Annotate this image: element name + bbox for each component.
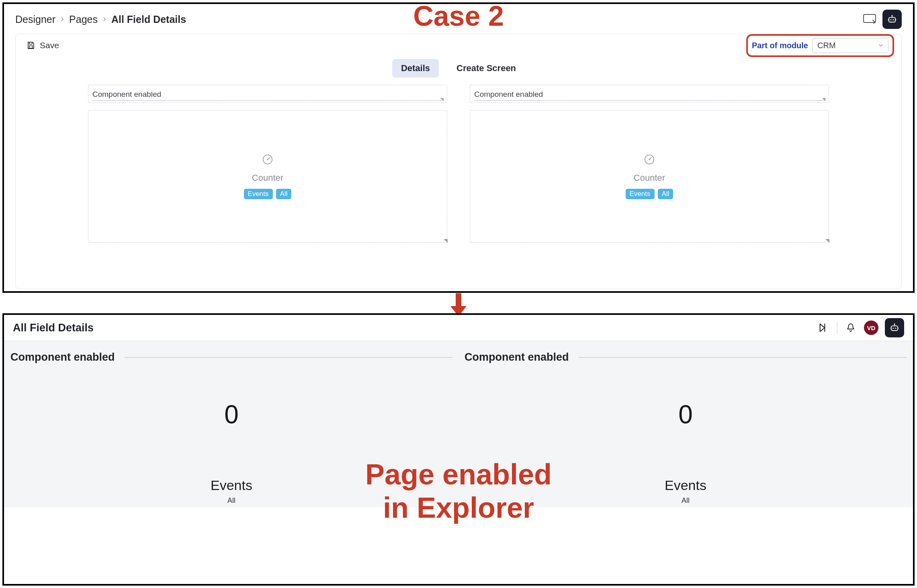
gauge-icon — [262, 153, 274, 165]
divider — [837, 322, 837, 334]
svg-rect-5 — [29, 42, 32, 44]
assistant-button[interactable] — [885, 318, 904, 337]
stat-label: Component enabled — [10, 351, 115, 363]
stat-label: Component enabled — [465, 351, 569, 363]
component-title-value: Component enabled — [92, 88, 443, 101]
tab-create-screen[interactable]: Create Screen — [448, 59, 525, 78]
module-value: CRM — [817, 41, 836, 50]
svg-point-8 — [267, 159, 268, 160]
explorer-frame: All Field Details VD — [2, 313, 915, 586]
chevron-down-icon — [878, 42, 884, 49]
chevron-right-icon — [102, 16, 107, 22]
save-button[interactable]: Save — [26, 41, 59, 50]
tab-details[interactable]: Details — [392, 59, 439, 78]
page-title: All Field Details — [13, 322, 94, 334]
annotation-case-label: Case 2 — [413, 0, 504, 32]
design-column-left: Component enabled Counter Events — [88, 85, 447, 243]
svg-point-15 — [894, 323, 895, 325]
svg-point-4 — [891, 15, 892, 16]
annotation-line2: in Explorer — [365, 491, 552, 525]
assistant-button[interactable] — [882, 10, 902, 29]
bell-icon[interactable] — [844, 321, 858, 335]
counter-label: Counter — [252, 173, 283, 183]
breadcrumb-root[interactable]: Designer — [15, 14, 55, 25]
tab-bar: Details Create Screen — [16, 59, 901, 78]
explorer-header: All Field Details VD — [4, 315, 913, 341]
svg-rect-12 — [891, 326, 898, 331]
stat-value: 0 — [10, 400, 452, 429]
counter-tag-events[interactable]: Events — [626, 189, 655, 199]
save-label: Save — [40, 41, 59, 50]
svg-point-2 — [890, 19, 892, 20]
svg-point-14 — [895, 328, 897, 329]
module-label: Part of module — [752, 41, 808, 50]
stat-value: 0 — [465, 400, 907, 429]
design-column-right: Component enabled Counter Events — [470, 85, 829, 243]
breadcrumb-pages[interactable]: Pages — [69, 14, 98, 25]
module-dropdown[interactable]: CRM — [812, 38, 888, 53]
chevron-right-icon — [59, 16, 65, 22]
divider-line — [579, 357, 907, 358]
component-title-field[interactable]: Component enabled — [470, 85, 829, 103]
divider-line — [125, 357, 452, 358]
module-selector-highlight: Part of module CRM — [746, 34, 894, 57]
designer-frame: Designer Pages All Field Details — [2, 2, 915, 293]
svg-point-10 — [649, 159, 650, 160]
svg-rect-6 — [29, 46, 33, 48]
counter-component[interactable]: Counter Events All — [88, 110, 447, 243]
designer-canvas: Save Part of module CRM Details Create S… — [15, 34, 902, 289]
svg-rect-1 — [889, 17, 895, 22]
counter-tag-all[interactable]: All — [658, 189, 673, 199]
counter-tag-all[interactable]: All — [276, 189, 292, 199]
breadcrumb-current: All Field Details — [111, 14, 186, 25]
svg-point-3 — [893, 19, 894, 20]
svg-rect-11 — [456, 293, 461, 307]
gauge-icon — [643, 153, 655, 165]
annotation-line1: Page enabled — [365, 458, 552, 491]
avatar-initials: VD — [867, 325, 876, 331]
avatar[interactable]: VD — [864, 321, 878, 335]
preview-icon[interactable] — [862, 12, 877, 27]
counter-component[interactable]: Counter Events All — [470, 110, 829, 243]
app-icon[interactable] — [817, 321, 831, 335]
annotation-page-enabled: Page enabled in Explorer — [365, 458, 552, 525]
counter-tag-events[interactable]: Events — [244, 189, 273, 199]
counter-label: Counter — [634, 173, 665, 183]
save-icon — [26, 41, 36, 50]
svg-point-13 — [893, 328, 894, 329]
breadcrumb: Designer Pages All Field Details — [15, 14, 186, 25]
component-title-field[interactable]: Component enabled — [88, 85, 447, 103]
component-title-value: Component enabled — [474, 88, 825, 101]
